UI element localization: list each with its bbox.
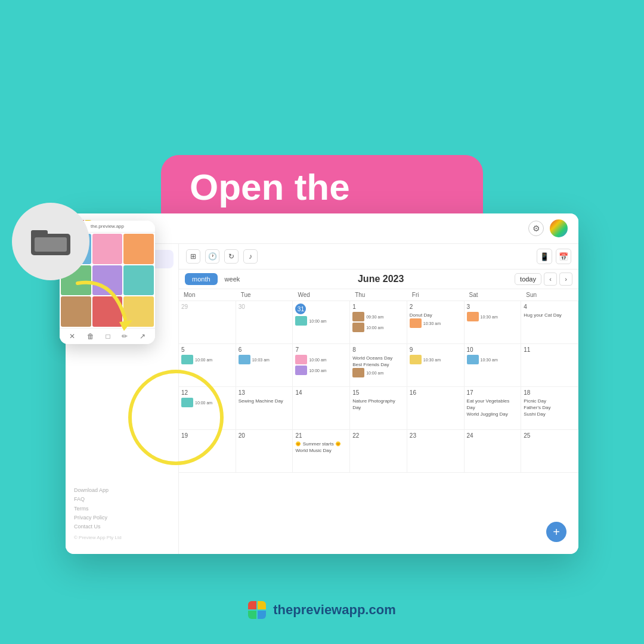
bottom-logo bbox=[248, 601, 266, 619]
cal-holiday: Sushi Day bbox=[524, 411, 575, 417]
next-month-btn[interactable]: › bbox=[559, 273, 572, 286]
cal-cell: 22 bbox=[350, 430, 407, 473]
cal-event[interactable]: 10:00 am bbox=[352, 368, 404, 377]
today-button[interactable]: today bbox=[515, 273, 541, 285]
cal-event[interactable]: 10:30 am bbox=[410, 318, 462, 328]
cal-cell: 13 Sewing Machine Day bbox=[236, 387, 293, 430]
toolbar-right: 📱 📅 bbox=[537, 249, 571, 264]
cal-date: 11 bbox=[524, 346, 575, 353]
day-header-tue: Tue bbox=[236, 289, 293, 301]
title-bar-right: ⚙ bbox=[528, 219, 568, 237]
footer-copyright: © Preview App Pty Ltd bbox=[74, 534, 170, 542]
cal-cell: 4 Hug your Cat Day bbox=[521, 301, 578, 344]
cal-holiday: Father's Day bbox=[524, 404, 575, 411]
cal-event[interactable]: 10:00 am bbox=[295, 355, 347, 364]
cal-date-today: 31 bbox=[295, 304, 347, 314]
view-toggle: month week bbox=[185, 273, 247, 285]
cal-cell: 31 10:00 am bbox=[293, 301, 350, 344]
cal-date: 14 bbox=[295, 389, 347, 396]
cal-date: 30 bbox=[239, 304, 290, 310]
cal-date: 21 bbox=[295, 432, 347, 439]
cal-date: 3 bbox=[467, 304, 519, 310]
cal-holiday: Best Friends Day bbox=[352, 361, 404, 368]
cal-date: 25 bbox=[524, 432, 576, 439]
day-header-wed: Wed bbox=[293, 289, 350, 301]
user-avatar[interactable] bbox=[550, 219, 568, 237]
cal-cell: 3 10:30 am bbox=[465, 301, 522, 344]
week-toggle-btn[interactable]: week bbox=[218, 273, 247, 285]
add-fab[interactable]: + bbox=[546, 522, 566, 542]
footer-link-download[interactable]: Download App bbox=[74, 486, 170, 495]
cal-event[interactable]: 10:00 am bbox=[295, 366, 347, 375]
bottom-url-text: thepreviewapp.com bbox=[273, 602, 395, 618]
cal-event[interactable]: 10:00 am bbox=[295, 316, 347, 326]
month-toggle-btn[interactable]: month bbox=[185, 273, 218, 285]
folder-icon-circle bbox=[12, 203, 89, 280]
cal-holiday: 🌞 Summer starts 🌞 bbox=[295, 441, 347, 447]
toolbar-left: ⊞ 🕐 ↻ ♪ bbox=[186, 249, 258, 264]
day-header-thu: Thu bbox=[350, 289, 407, 301]
cal-cell: 24 bbox=[465, 430, 522, 473]
day-header-mon: Mon bbox=[179, 289, 236, 301]
cal-date: 24 bbox=[467, 432, 519, 439]
cal-cell: 21 🌞 Summer starts 🌞 World Music Day bbox=[293, 430, 350, 473]
calendar-view-icon[interactable]: 📅 bbox=[556, 249, 571, 264]
sidebar-footer: Download App FAQ Terms Privacy Policy Co… bbox=[66, 480, 178, 548]
cal-date: 1 bbox=[352, 304, 404, 310]
cal-holiday: Donut Day bbox=[410, 312, 462, 318]
cal-cell: 1 09:30 am 10:00 am bbox=[350, 301, 407, 344]
cal-date: 5 bbox=[181, 346, 233, 353]
cal-event[interactable]: 10:00 am bbox=[352, 323, 404, 332]
cal-date: 12 bbox=[181, 389, 233, 396]
cal-date: 10 bbox=[467, 346, 519, 353]
footer-link-contact[interactable]: Contact Us bbox=[74, 522, 170, 531]
cal-event[interactable]: 10:30 am bbox=[410, 355, 462, 364]
cal-holiday: Eat your Vegetables Day bbox=[467, 398, 519, 411]
cal-event[interactable]: 09:30 am bbox=[352, 312, 404, 321]
cal-cell: 14 bbox=[293, 387, 350, 430]
cal-cell: 29 bbox=[179, 301, 236, 344]
grid-view-btn[interactable]: ⊞ bbox=[186, 249, 200, 264]
cal-date: 8 bbox=[352, 346, 404, 353]
cal-date: 4 bbox=[524, 304, 575, 310]
cal-date: 15 bbox=[352, 389, 404, 396]
calendar-toolbar: ⊞ 🕐 ↻ ♪ 📱 📅 bbox=[179, 244, 578, 270]
cal-date: 6 bbox=[239, 346, 290, 353]
cal-cell: 6 10:03 am bbox=[236, 344, 293, 387]
bottom-url-bar: thepreviewapp.com bbox=[0, 601, 644, 619]
clock-btn[interactable]: 🕐 bbox=[205, 249, 219, 264]
cal-date: 2 bbox=[410, 304, 462, 310]
cal-date: 13 bbox=[239, 389, 290, 396]
cal-holiday: World Oceans Day bbox=[352, 355, 404, 361]
cal-event[interactable]: 10:30 am bbox=[467, 355, 519, 364]
calendar-header-row: month week June 2023 today ‹ › bbox=[179, 270, 578, 289]
cal-date: 19 bbox=[181, 432, 233, 439]
cal-date: 17 bbox=[467, 389, 519, 396]
cal-cell: 5 10:00 am bbox=[179, 344, 236, 387]
cal-date: 29 bbox=[181, 304, 233, 310]
svg-marker-3 bbox=[119, 320, 132, 331]
cal-event[interactable]: 10:00 am bbox=[181, 355, 233, 364]
cal-cell: 17 Eat your Vegetables Day World Jugglin… bbox=[465, 387, 522, 430]
phone-cell bbox=[123, 234, 154, 264]
footer-link-privacy[interactable]: Privacy Policy bbox=[74, 513, 170, 522]
cal-holiday: Picnic Day bbox=[524, 398, 575, 404]
cal-event[interactable]: 10:30 am bbox=[467, 312, 519, 321]
cal-cell: 2 Donut Day 10:30 am bbox=[407, 301, 465, 344]
cal-cell: 20 bbox=[236, 430, 293, 473]
refresh-btn[interactable]: ↻ bbox=[224, 249, 239, 264]
footer-link-faq[interactable]: FAQ bbox=[74, 495, 170, 504]
tiktok-btn[interactable]: ♪ bbox=[243, 249, 258, 264]
cal-event[interactable]: 10:03 am bbox=[239, 355, 290, 364]
settings-icon[interactable]: ⚙ bbox=[528, 221, 544, 236]
cal-date: 23 bbox=[410, 432, 462, 439]
cal-cell: 11 bbox=[521, 344, 578, 387]
mobile-view-icon[interactable]: 📱 bbox=[537, 249, 552, 264]
cal-date: 16 bbox=[410, 389, 462, 396]
footer-link-terms[interactable]: Terms bbox=[74, 504, 170, 513]
cal-holiday: Hug your Cat Day bbox=[524, 312, 575, 318]
prev-month-btn[interactable]: ‹ bbox=[544, 273, 557, 286]
cal-event[interactable]: 10:00 am bbox=[181, 398, 233, 407]
cal-holiday: World Juggling Day bbox=[467, 411, 519, 417]
title-text-white: Open the bbox=[190, 166, 350, 208]
